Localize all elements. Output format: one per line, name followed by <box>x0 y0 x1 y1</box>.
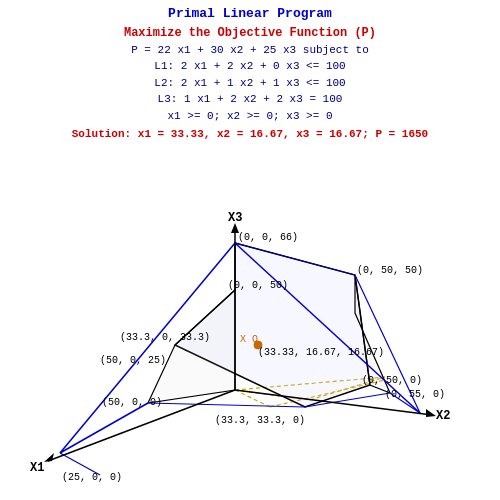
label-33-0-33: (33.3, 0, 33.3) <box>120 332 210 343</box>
label-0-50-50: (0, 50, 50) <box>357 265 423 276</box>
svg-marker-6 <box>148 290 235 403</box>
constraint-l1: L1: 2 x1 + 2 x2 + 0 x3 <= 100 <box>0 58 500 75</box>
svg-marker-22 <box>44 453 54 462</box>
label-0-0-66: (0, 0, 66) <box>238 232 298 243</box>
x2-axis-label: X2 <box>436 409 450 423</box>
svg-marker-20 <box>426 409 436 417</box>
objective-function: P = 22 x1 + 30 x2 + 25 x3 subject to <box>0 42 500 59</box>
constraint-l2: L2: 2 x1 + 1 x2 + 1 x3 <= 100 <box>0 75 500 92</box>
header-section: Primal Linear Program Maximize the Objec… <box>0 0 500 143</box>
optimal-point-label: X O <box>240 334 258 345</box>
solution-text: Solution: x1 = 33.33, x2 = 16.67, x3 = 1… <box>0 126 500 143</box>
x3-axis-label: X3 <box>228 211 242 225</box>
label-50-0-0: (50, 0, 0) <box>102 397 162 408</box>
graph-area: X3 X2 X1 X O (0, 0, 66) (0, 50, 50) (0, … <box>0 145 500 485</box>
label-0-50-0a: (0, 50, 0) <box>362 375 422 386</box>
label-33-33-0: (33.3, 33.3, 0) <box>215 415 305 426</box>
label-25-0-0: (25, 0, 0) <box>62 472 122 483</box>
label-50-0-25: (50, 0, 25) <box>100 355 166 366</box>
maximize-label: Maximize the Objective Function (P) <box>0 24 500 42</box>
page-title: Primal Linear Program <box>0 4 500 24</box>
constraint-l3: L3: 1 x1 + 2 x2 + 2 x3 = 100 <box>0 91 500 108</box>
label-0-0-50: (0, 0, 50) <box>228 280 288 291</box>
label-0-55-0: (0, 55, 0) <box>385 389 445 400</box>
x1-axis-label: X1 <box>30 461 44 475</box>
nonnegativity: x1 >= 0; x2 >= 0; x3 >= 0 <box>0 108 500 125</box>
label-optimal: (33.33, 16.67, 16.67) <box>258 347 384 358</box>
3d-graph: X3 X2 X1 X O (0, 0, 66) (0, 50, 50) (0, … <box>0 145 500 485</box>
svg-line-13 <box>148 403 305 407</box>
